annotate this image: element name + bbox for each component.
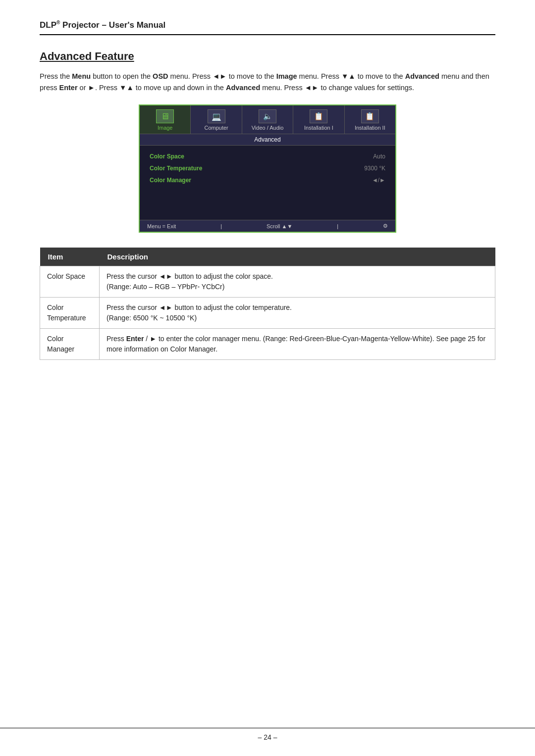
osd-row-color-space: Color Space Auto [150,151,385,162]
table-row: ColorManager Press Enter / ► to enter th… [40,329,495,360]
osd-value-color-temp: 9300 °K [364,165,385,172]
header-brand: DLP [40,20,56,30]
osd-footer-divider2: | [337,223,338,229]
osd-footer-icon: ⚙ [383,223,388,229]
video-audio-icon: 🔈 [259,109,276,123]
table-cell-item-color-temp: ColorTemperature [40,298,100,329]
osd-footer-exit: Menu = Exit [147,223,176,229]
tab-label-image: Image [158,125,173,131]
osd-active-menu-label: Advanced [140,134,395,146]
tab-label-computer: Computer [204,125,228,131]
description-table: Item Description Color Space Press the c… [40,248,495,360]
osd-label-color-space: Color Space [150,153,184,160]
osd-footer: Menu = Exit | Scroll ▲▼ | ⚙ [140,220,395,232]
computer-icon: 💻 [208,109,225,123]
header-subtitle: Projector – User's Manual [60,20,165,30]
table-row: ColorTemperature Press the cursor ◄► but… [40,298,495,329]
installation1-icon: 📋 [310,109,327,123]
osd-menu-box: 🖥 Image 💻 Computer 🔈 Video / Audio 📋 Ins… [139,104,396,233]
section-title: Advanced Feature [40,50,495,63]
osd-value-color-manager: ◄/► [372,177,385,184]
table-row: Color Space Press the cursor ◄► button t… [40,266,495,298]
osd-tab-installation1: 📋 Installation I [293,105,344,134]
osd-label-color-manager: Color Manager [150,177,191,184]
table-cell-desc-color-space: Press the cursor ◄► button to adjust the… [100,266,495,298]
page-header: DLP® Projector – User's Manual [40,20,495,35]
osd-screenshot: 🖥 Image 💻 Computer 🔈 Video / Audio 📋 Ins… [40,104,495,233]
osd-row-color-temp: Color Temperature 9300 °K [150,162,385,174]
osd-label-color-temp: Color Temperature [150,165,202,172]
installation2-icon: 📋 [361,109,379,123]
osd-row-color-manager: Color Manager ◄/► [150,174,385,186]
tab-label-installation1: Installation I [304,125,333,131]
table-cell-item-color-space: Color Space [40,266,100,298]
table-header-description: Description [100,248,495,266]
osd-footer-divider1: | [220,223,222,229]
osd-footer-scroll: Scroll ▲▼ [267,223,292,229]
osd-tab-video: 🔈 Video / Audio [242,105,293,134]
table-cell-item-color-manager: ColorManager [40,329,100,360]
osd-tabs: 🖥 Image 💻 Computer 🔈 Video / Audio 📋 Ins… [140,105,395,134]
tab-label-installation2: Installation II [355,125,385,131]
page: DLP® Projector – User's Manual Advanced … [0,0,535,756]
osd-menu-area: Color Space Auto Color Temperature 9300 … [140,146,395,220]
page-footer: – 24 – [0,728,535,741]
table-cell-desc-color-manager: Press Enter / ► to enter the color manag… [100,329,495,360]
image-icon: 🖥 [156,109,174,123]
header-title: DLP® Projector – User's Manual [40,20,165,30]
tab-label-video: Video / Audio [252,125,284,131]
osd-tab-computer: 💻 Computer [191,105,242,134]
page-number: – 24 – [258,733,277,741]
osd-value-color-space: Auto [373,153,385,160]
table-header-item: Item [40,248,100,266]
osd-tab-installation2: 📋 Installation II [345,105,395,134]
intro-paragraph: Press the Menu button to open the OSD me… [40,71,495,94]
osd-tab-image: 🖥 Image [140,105,191,134]
table-cell-desc-color-temp: Press the cursor ◄► button to adjust the… [100,298,495,329]
